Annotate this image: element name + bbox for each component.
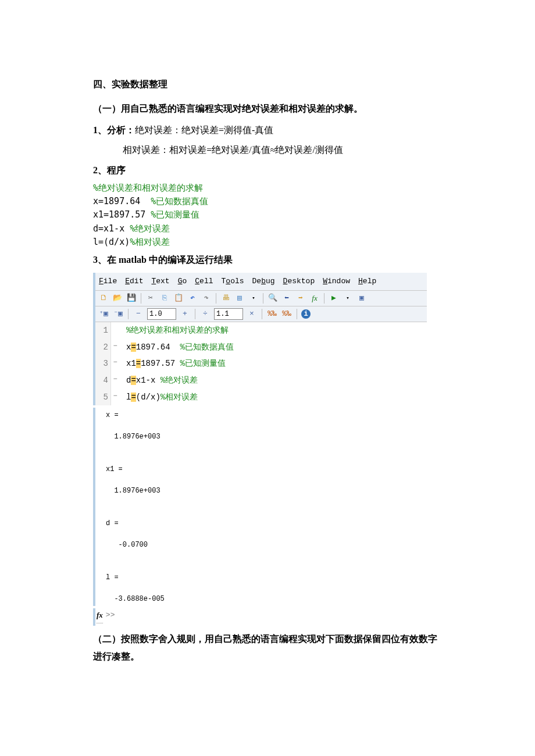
- breakpoint-gutter[interactable]: −: [111, 355, 119, 370]
- hl-equals: =: [131, 393, 135, 402]
- item2: 2、程序: [93, 162, 442, 179]
- decrease-cell-icon[interactable]: ⁻▣: [112, 309, 124, 319]
- save-icon[interactable]: 💾: [126, 293, 137, 304]
- hl-equals: =: [131, 343, 135, 352]
- heading-4: 四、实验数据整理: [93, 76, 442, 93]
- separator-icon: [297, 309, 297, 319]
- undo-icon[interactable]: ↶: [187, 293, 198, 304]
- editor-text: 1897.57: [141, 359, 180, 368]
- separator-icon: [216, 293, 216, 304]
- editor-row: 1 %绝对误差和相对误差的求解: [95, 322, 427, 339]
- percent-minus-icon[interactable]: %‰: [281, 309, 293, 319]
- menu-file[interactable]: File: [99, 274, 117, 289]
- breakpoint-gutter[interactable]: −: [111, 372, 119, 387]
- info-icon[interactable]: i: [301, 309, 311, 319]
- percent-plus-icon[interactable]: %‰: [266, 309, 278, 319]
- separator-icon: [262, 309, 262, 319]
- hl-equals: =: [131, 376, 135, 385]
- editor-comment: %绝对误差和相对误差的求解: [126, 326, 229, 335]
- editor-text: x1-x: [136, 376, 160, 385]
- item3: 3、在 matlab 中的编译及运行结果: [93, 251, 442, 269]
- fx-icon[interactable]: fx: [97, 608, 103, 623]
- menu-desktop[interactable]: Desktop: [283, 274, 315, 289]
- open-file-icon[interactable]: 📂: [112, 293, 123, 304]
- editor-comment: %已知数据真值: [180, 343, 233, 352]
- hl-equals: =: [136, 359, 141, 368]
- toolbar-cell: ⁺▣ ⁻▣ − 1.0 + ÷ 1.1 × %‰ %‰ i: [95, 306, 427, 322]
- back-icon[interactable]: ⬅: [281, 293, 293, 304]
- cell-mode-icon[interactable]: ▤: [234, 293, 245, 304]
- analysis-line-1: 1、分析：绝对误差：绝对误差=测得值-真值: [93, 122, 442, 139]
- code-l5a: l=(d/x): [93, 237, 130, 247]
- editor-text: 1897.64: [136, 343, 180, 352]
- item1-label: 1、分析：: [93, 125, 135, 135]
- code-l4b: %绝对误差: [130, 223, 170, 234]
- menu-cell[interactable]: Cell: [195, 274, 213, 289]
- cut-icon[interactable]: ✂: [145, 293, 156, 304]
- editor-row: 5 − l=(d/x)%相对误差: [95, 389, 427, 406]
- separator-icon: [195, 309, 195, 319]
- line-number: 2: [95, 339, 111, 356]
- breakpoint-gutter[interactable]: −: [111, 389, 119, 404]
- function-hint-icon[interactable]: fx: [309, 293, 320, 304]
- paste-icon[interactable]: 📋: [173, 293, 184, 304]
- new-file-icon[interactable]: 🗋: [98, 293, 109, 304]
- toolbar-main: 🗋 📂 💾 ✂ ⎘ 📋 ↶ ↷ 🖶 ▤ ▾ 🔍 ⬅ ➡ fx ▶ ▾ ▣: [95, 291, 427, 306]
- redo-icon[interactable]: ↷: [201, 293, 212, 304]
- breakpoint-gutter[interactable]: [111, 322, 119, 323]
- increase-cell-icon[interactable]: ⁺▣: [98, 309, 109, 319]
- editor-row: 3 − x1=1897.57 %已知测量值: [95, 355, 427, 372]
- editor-row: 2 − x=1897.64 %已知数据真值: [95, 339, 427, 356]
- menu-bar: File Edit Text Go Cell Tools Debug Deskt…: [95, 273, 427, 291]
- dropdown-icon[interactable]: ▾: [248, 293, 259, 304]
- run-advance-icon[interactable]: ▣: [356, 293, 368, 304]
- increment-box-2[interactable]: 1.1: [214, 308, 243, 320]
- separator-icon: [324, 293, 324, 304]
- separator-icon: [128, 309, 129, 319]
- code-l4a: d=x1-x: [93, 223, 130, 234]
- line-number: 5: [95, 389, 111, 406]
- copy-icon[interactable]: ⎘: [159, 293, 170, 304]
- code-editor[interactable]: 1 %绝对误差和相对误差的求解 2 − x=1897.64 %已知数据真值 3 …: [95, 322, 427, 405]
- run-dropdown-icon[interactable]: ▾: [342, 293, 354, 304]
- multiply-icon[interactable]: ×: [246, 309, 258, 319]
- item1-text: 绝对误差：绝对误差=测得值-真值: [135, 125, 273, 135]
- editor-comment: %绝对误差: [160, 376, 198, 385]
- menu-help[interactable]: Help: [358, 274, 376, 289]
- find-icon[interactable]: 🔍: [267, 293, 279, 304]
- editor-comment: %已知测量值: [180, 359, 225, 368]
- code-l3a: x1=1897.57: [93, 209, 151, 220]
- forward-icon[interactable]: ➡: [295, 293, 306, 304]
- menu-tools[interactable]: Tools: [222, 274, 244, 289]
- matlab-editor-screenshot: File Edit Text Go Cell Tools Debug Deskt…: [93, 273, 427, 406]
- breakpoint-gutter[interactable]: −: [111, 339, 119, 354]
- code-l5b: %相对误差: [130, 237, 170, 247]
- menu-edit[interactable]: Edit: [125, 274, 143, 289]
- menu-debug[interactable]: Debug: [252, 274, 275, 289]
- increment-box-1[interactable]: 1.0: [147, 308, 176, 320]
- document-page: 四、实验数据整理 （一）用自己熟悉的语言编程实现对绝对误差和相对误差的求解。 1…: [0, 0, 535, 698]
- code-l1: %绝对误差和相对误差的求解: [93, 183, 203, 193]
- editor-row: 4 − d=x1-x %绝对误差: [95, 372, 427, 389]
- prompt-indicator[interactable]: >>: [106, 608, 115, 623]
- separator-icon: [263, 293, 263, 304]
- editor-comment: %相对误差: [160, 393, 198, 402]
- menu-window[interactable]: Window: [323, 274, 350, 289]
- code-l2a: x=1897.64: [93, 196, 151, 206]
- plus-icon[interactable]: +: [179, 309, 191, 319]
- line-number: 4: [95, 372, 111, 389]
- code-block: %绝对误差和相对误差的求解 x=1897.64 %已知数据真值 x1=1897.…: [93, 181, 442, 249]
- separator-icon: [141, 293, 141, 304]
- code-l3b: %已知测量值: [151, 209, 199, 220]
- minus-icon[interactable]: −: [133, 309, 144, 319]
- line-number: 3: [95, 355, 111, 372]
- print-icon[interactable]: 🖶: [220, 293, 231, 304]
- run-icon[interactable]: ▶: [328, 293, 340, 304]
- editor-text: x1: [126, 359, 136, 368]
- menu-text[interactable]: Text: [151, 274, 169, 289]
- subheading-1: （一）用自己熟悉的语言编程实现对绝对误差和相对误差的求解。: [93, 100, 442, 117]
- analysis-line-2: 相对误差：相对误差=绝对误差/真值≈绝对误差/测得值: [93, 141, 442, 159]
- divide-icon[interactable]: ÷: [199, 309, 211, 319]
- menu-go[interactable]: Go: [178, 274, 187, 289]
- subheading-2: （二）按照数字舍入规则，用自己熟悉的语言编程实现对下面数据保留四位有效数字进行凑…: [93, 630, 442, 666]
